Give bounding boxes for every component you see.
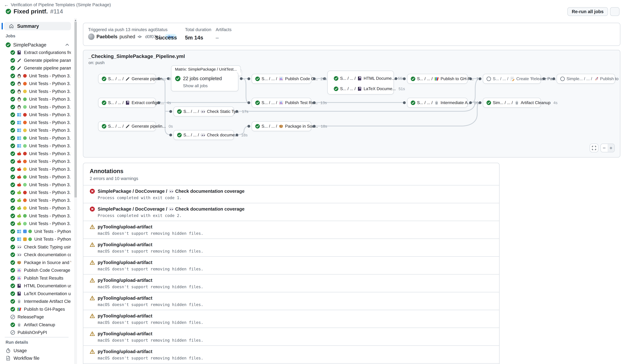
breadcrumb[interactable]: ← Verification of Pipeline Templates (Si… (4, 2, 111, 8)
graph-node[interactable]: S... / ... /Generate pipelin...0s (98, 121, 156, 131)
annotation-title[interactable]: pyTooling/upload-artifact (98, 242, 152, 247)
sidebar-job-item[interactable]: Artifact Cleanup (0, 321, 71, 329)
sidebar-job-item[interactable]: Publish Code Coverage Results (0, 266, 71, 274)
annotation-title[interactable]: SimplePackage / DocCoverage /Check docum… (98, 189, 244, 194)
dot-yellow-icon (23, 129, 27, 132)
sidebar-job-item[interactable]: Check Static Typing using Pyt... (0, 243, 71, 251)
sidebar-job-item[interactable]: Unit Tests - Python 3.13 (0, 142, 71, 150)
annotation-title[interactable]: SimplePackage / DocCoverage /Check docum… (98, 207, 244, 212)
sidebar-job-item[interactable]: Extract configurations from p... (0, 49, 71, 56)
annotation-title-row: pyTooling/upload-artifact (90, 260, 493, 265)
sidebar-item-usage[interactable]: Usage (6, 347, 27, 354)
kebab-menu-button[interactable] (610, 7, 620, 16)
graph-node[interactable]: S... / ... /Generate pipelin...0s (98, 74, 156, 84)
sidebar-job-item[interactable]: Publish to GH-Pages (0, 305, 71, 313)
check-circle-icon (10, 112, 15, 117)
annotation-title[interactable]: pyTooling/upload-artifact (98, 278, 152, 283)
sidebar-job-item[interactable]: Package in Source and Wheel... (0, 259, 71, 267)
back-arrow-icon[interactable]: ← (4, 2, 9, 8)
sidebar-scrollbar[interactable]: ▲ (74, 18, 77, 364)
sidebar-job-item[interactable]: Unit Tests - Python 3.9 (0, 189, 71, 196)
sidebar-job-item[interactable]: Unit Tests - Python 3.11 (0, 204, 71, 212)
sidebar-job-item[interactable]: PublishOnPyPI (0, 329, 71, 336)
annotation-title[interactable]: pyTooling/upload-artifact (98, 349, 152, 354)
graph-node[interactable]: S... / ... /Check Static Ty...17s (173, 106, 234, 117)
book-icon (17, 283, 21, 288)
graph-node[interactable]: S... / ... /HTML Docume...55s (330, 73, 390, 83)
sidebar-job-item[interactable]: Generate pipeline parameters (0, 64, 71, 72)
zoom-out-button[interactable]: − (601, 144, 608, 152)
edge-connector-dot (469, 77, 472, 80)
sidebar-job-item[interactable]: Unit Tests - Python 3.9 (0, 111, 71, 119)
rerun-all-jobs-button[interactable]: Re-run all jobs (567, 7, 608, 16)
square-orange-icon (23, 237, 27, 241)
graph-node[interactable]: S... / ... /Package in Sou...18s (252, 121, 311, 131)
job-label: Unit Tests - Python 3.12 (29, 97, 71, 102)
sidebar-job-item[interactable]: Unit Tests - Python 3.10 (0, 119, 71, 127)
show-all-jobs-link[interactable]: Show all jobs (183, 83, 234, 88)
sidebar-job-item[interactable]: Unit Tests - Python 3.13 (0, 220, 71, 228)
zoom-in-button[interactable]: + (608, 144, 614, 152)
sidebar-job-item[interactable]: Generate pipeline parameters (0, 56, 71, 64)
annotation-title[interactable]: pyTooling/upload-artifact (98, 295, 152, 301)
warning-icon (90, 260, 95, 265)
graph-node[interactable]: S... / ... /Publish to GH-P...7s (407, 74, 468, 84)
sidebar-job-item[interactable]: Unit Tests - Python 3.13 (0, 181, 71, 189)
sidebar-job-item[interactable]: ReleasePage (0, 313, 71, 321)
sidebar-job-item[interactable]: Unit Tests - Python 3.12 (0, 235, 71, 243)
node-duration: 18s (321, 124, 327, 129)
topbar: ← Verification of Pipeline Templates (Si… (0, 0, 621, 18)
check-circle-icon (102, 76, 106, 81)
sidebar-job-item[interactable]: Check documentation covera... (0, 251, 71, 259)
sidebar-job-item[interactable]: Unit Tests - Python 3.12 (0, 228, 71, 235)
graph-node[interactable]: S... / ... /LaTeX Docume...51s (330, 84, 390, 94)
sidebar-job-item[interactable]: Unit Tests - Python 3.9 (0, 150, 71, 158)
avatar[interactable] (88, 34, 94, 40)
annotation-title[interactable]: pyTooling/upload-artifact (98, 313, 152, 319)
graph-node[interactable]: Simple... / ... /Publish to PyPI (556, 74, 615, 84)
sidebar-job-item[interactable]: Unit Tests - Python 3.11 (0, 165, 71, 173)
scrollbar-up-arrow-icon[interactable]: ▲ (74, 19, 77, 21)
scrollbar-thumb[interactable] (74, 22, 77, 197)
chevron-up-icon[interactable] (65, 43, 69, 47)
sidebar-item-workflow-file[interactable]: Workflow file (6, 355, 39, 362)
apple-green-icon (17, 213, 21, 218)
breadcrumb-label[interactable]: Verification of Pipeline Templates (Simp… (11, 2, 111, 7)
sidebar-job-item[interactable]: Unit Tests - Python 3.12 (0, 173, 71, 181)
graph-node[interactable]: Sim... / ... /Artifact Cleanup4s (483, 98, 541, 108)
graph-node[interactable]: S... / ... /Publish Code C...20s (252, 74, 311, 84)
node-duration: 13s (320, 101, 327, 105)
node-prefix: S... / ... / (493, 76, 508, 81)
sidebar-job-item[interactable]: Unit Tests - Python 3.12 (0, 212, 71, 220)
graph-node[interactable]: S... / ... /Intermediate A...16s (407, 98, 468, 108)
fullscreen-button[interactable] (590, 144, 598, 152)
sidebar-job-item[interactable]: LaTeX Documentation using ... (0, 290, 71, 298)
sidebar-job-item[interactable]: Unit Tests - Python 3.12 (0, 134, 71, 142)
sidebar-job-item[interactable]: Unit Tests - Python 3.11 (0, 126, 71, 134)
sidebar-item-summary[interactable]: Summary (4, 22, 71, 30)
annotation-warning-row: pyTooling/upload-artifactmacOS doesn't s… (83, 328, 499, 346)
graph-node[interactable]: S... / ... /Create 'Release Pa... (483, 74, 541, 84)
annotation-title[interactable]: pyTooling/upload-artifact (98, 260, 152, 265)
sidebar-job-item[interactable]: Unit Tests - Python 3.10 (0, 196, 71, 204)
annotation-title[interactable]: pyTooling/upload-artifact (98, 331, 152, 336)
node-prefix: S... / ... / (183, 109, 199, 114)
sidebar-job-item[interactable]: Unit Tests - Python 3.12 (0, 95, 71, 103)
sidebar-job-item[interactable]: HTML Documentation using ... (0, 282, 71, 290)
sidebar-job-item[interactable]: Unit Tests - Python 3.9 (0, 72, 71, 80)
matrix-node[interactable]: 22 jobs completedShow all jobs (171, 72, 238, 91)
warning-icon (90, 224, 95, 229)
sidebar-job-item[interactable]: Unit Tests - Python 3.13 (0, 103, 71, 111)
sidebar-group-simplepackage[interactable]: SimplePackage (6, 41, 69, 49)
sidebar-job-item[interactable]: Unit Tests - Python 3.10 (0, 80, 71, 87)
sidebar-job-item[interactable]: Publish Test Results (0, 274, 71, 282)
graph-node[interactable]: S... / ... /Publish Test Re...13s (252, 98, 311, 108)
sidebar-job-item[interactable]: Intermediate Artifact Cleanup (0, 297, 71, 305)
sidebar-job-item[interactable]: Unit Tests - Python 3.10 (0, 157, 71, 165)
graph-node[interactable]: S... / ... /Check docume...18s (173, 130, 234, 140)
actor-name[interactable]: Paebbels (97, 34, 118, 39)
sidebar-job-item[interactable]: Unit Tests - Python 3.11 (0, 87, 71, 95)
workflow-file-label: Workflow file (14, 356, 39, 361)
graph-node[interactable]: S... / ... /Extract configur...4s (98, 98, 156, 108)
annotation-title[interactable]: pyTooling/upload-artifact (98, 224, 152, 229)
